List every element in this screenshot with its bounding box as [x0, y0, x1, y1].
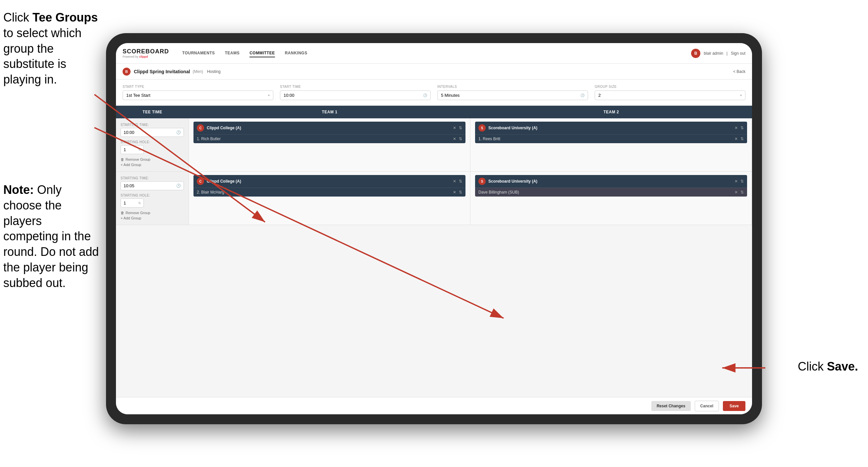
player-sort-icon-2-1[interactable]: ⇅: [740, 137, 744, 141]
save-bold: Save.: [827, 360, 858, 373]
intervals-input[interactable]: 5 Minutes 🕐: [437, 90, 588, 100]
cancel-button[interactable]: Cancel: [695, 401, 719, 411]
player-sort-icon-1-2[interactable]: ⇅: [459, 190, 462, 195]
remove-group-btn-2[interactable]: 🗑 Remove Group: [121, 211, 184, 215]
player-row-sub[interactable]: Dave Billingham (SUB) ✕ ⇅: [475, 187, 747, 197]
sub-header-icon: B: [123, 68, 130, 76]
team1-remove-icon-1[interactable]: ✕: [453, 126, 456, 130]
team2-expand-icon-2[interactable]: ⇅: [740, 179, 744, 184]
player-sort-icon-1-1[interactable]: ⇅: [459, 137, 462, 141]
tablet-screen: SCOREBOARD Powered by clippd TOURNAMENTS…: [116, 43, 752, 414]
start-type-input[interactable]: 1st Tee Start ▾: [123, 90, 273, 100]
tournament-name: Clippd Spring Invitational: [134, 69, 190, 74]
player-row-2-1[interactable]: 1. Rees Britt ✕ ⇅: [475, 134, 747, 143]
tournament-gender: (Men): [193, 69, 203, 74]
tablet-frame: SCOREBOARD Powered by clippd TOURNAMENTS…: [106, 33, 762, 424]
player-row-1-1[interactable]: 1. Rich Butler ✕ ⇅: [193, 134, 465, 143]
team1-icon-1: C: [197, 124, 204, 132]
group-size-label: Group Size: [595, 85, 745, 88]
team2-remove-icon-2[interactable]: ✕: [735, 179, 738, 184]
starting-time-label-2: STARTING TIME:: [121, 176, 184, 180]
starting-hole-arrows-2: ⇅: [138, 201, 141, 205]
logo-clippd: clippd: [139, 55, 148, 58]
team1-icon-2: C: [197, 178, 204, 185]
team2-cell-1: S Scoreboard University (A) ✕ ⇅ 1. Rees …: [470, 118, 752, 171]
starting-hole-input-2[interactable]: 1 ⇅: [121, 199, 144, 207]
note-instruction: Note: Only choose the players competing …: [3, 182, 99, 291]
team1-remove-icon-2[interactable]: ✕: [453, 179, 456, 184]
add-group-btn-2[interactable]: + Add Group: [121, 216, 184, 220]
nav-committee[interactable]: COMMITTEE: [249, 49, 275, 57]
team2-header: Team 2: [470, 106, 752, 118]
player-actions-sub: ✕ ⇅: [735, 190, 744, 195]
starting-time-clock-2: 🕐: [176, 184, 181, 188]
back-button[interactable]: < Back: [733, 69, 745, 74]
content-area: Start Type 1st Tee Start ▾ Start Time 10…: [116, 80, 752, 397]
starting-time-input-2[interactable]: 10:05 🕐: [121, 181, 184, 190]
tee-group-left-2: STARTING TIME: 10:05 🕐 STARTING HOLE: 1 …: [116, 172, 189, 225]
team1-name-1: Clippd College (A): [207, 126, 450, 130]
remove-group-btn-1[interactable]: 🗑 Remove Group: [121, 157, 184, 162]
settings-row: Start Type 1st Tee Start ▾ Start Time 10…: [116, 80, 752, 106]
starting-time-clock-1: 🕐: [176, 130, 181, 135]
start-time-input[interactable]: 10:00 🕐: [280, 90, 431, 100]
tee-time-header: Tee Time: [116, 106, 189, 118]
player-remove-icon-2-1[interactable]: ✕: [735, 137, 738, 141]
group-size-input[interactable]: 2 ▾: [595, 90, 745, 100]
team1-card-1[interactable]: C Clippd College (A) ✕ ⇅ 1. Rich Butler: [193, 122, 465, 143]
nav-avatar: B: [691, 49, 700, 58]
team2-icon-1: S: [478, 124, 486, 132]
start-type-label: Start Type: [123, 85, 273, 88]
hosting-label: Hosting: [207, 69, 221, 74]
team2-card-header-2: S Scoreboard University (A) ✕ ⇅: [475, 175, 747, 187]
nav-sign-out[interactable]: Sign out: [731, 51, 745, 56]
starting-hole-input-1[interactable]: 1 ⇅: [121, 145, 144, 154]
starting-hole-label-2: STARTING HOLE:: [121, 194, 184, 197]
reset-changes-button[interactable]: Reset Changes: [651, 401, 691, 411]
remove-group-label-1: Remove Group: [126, 157, 150, 162]
team1-expand-icon-2[interactable]: ⇅: [459, 179, 462, 184]
nav-user-label: blair admin: [704, 51, 723, 56]
team2-icon-2: S: [478, 178, 486, 185]
starting-time-label-1: STARTING TIME:: [121, 123, 184, 126]
player-actions-1-1: ✕ ⇅: [453, 137, 462, 141]
add-group-btn-1[interactable]: + Add Group: [121, 163, 184, 167]
sub-header: B Clippd Spring Invitational (Men) Hosti…: [116, 64, 752, 80]
group-size-group: Group Size 2 ▾: [595, 85, 745, 100]
starting-time-input-1[interactable]: 10:00 🕐: [121, 128, 184, 137]
team1-name-2: Clippd College (A): [207, 179, 450, 184]
player-remove-icon-1-2[interactable]: ✕: [453, 190, 456, 195]
logo-scoreboard: SCOREBOARD: [123, 48, 169, 55]
player-remove-icon-1-1[interactable]: ✕: [453, 137, 456, 141]
team2-actions-2: ✕ ⇅: [735, 179, 744, 184]
team2-card-2[interactable]: S Scoreboard University (A) ✕ ⇅ Dave Bil…: [475, 175, 747, 197]
group-size-value: 2: [598, 93, 601, 98]
logo-area: SCOREBOARD Powered by clippd: [123, 48, 169, 58]
player-row-1-2[interactable]: 2. Blair McHarg ✕ ⇅: [193, 187, 465, 197]
player-remove-icon-sub[interactable]: ✕: [735, 190, 738, 195]
intervals-icon: 🕐: [581, 93, 584, 97]
team2-remove-icon-1[interactable]: ✕: [735, 126, 738, 130]
team1-expand-icon-1[interactable]: ⇅: [459, 126, 462, 130]
team2-expand-icon-1[interactable]: ⇅: [740, 126, 744, 130]
tee-groups-bold: Tee Groups: [32, 10, 98, 24]
team1-card-header-1: C Clippd College (A) ✕ ⇅: [193, 122, 465, 134]
remove-group-label-2: Remove Group: [126, 211, 150, 215]
tee-groups-container: STARTING TIME: 10:00 🕐 STARTING HOLE: 1 …: [116, 118, 752, 225]
player-name-2-1: 1. Rees Britt: [478, 137, 732, 141]
team1-card-2[interactable]: C Clippd College (A) ✕ ⇅ 2. Blair McHarg: [193, 175, 465, 197]
group-size-arrow: ▾: [740, 93, 742, 97]
nav-tournaments[interactable]: TOURNAMENTS: [182, 49, 215, 57]
start-type-group: Start Type 1st Tee Start ▾: [123, 85, 273, 100]
save-button[interactable]: Save: [723, 401, 745, 411]
player-name-1-2: 2. Blair McHarg: [197, 190, 450, 195]
nav-rankings[interactable]: RANKINGS: [285, 49, 307, 57]
nav-links: TOURNAMENTS TEAMS COMMITTEE RANKINGS: [182, 49, 691, 57]
team2-card-1[interactable]: S Scoreboard University (A) ✕ ⇅ 1. Rees …: [475, 122, 747, 143]
player-actions-1-2: ✕ ⇅: [453, 190, 462, 195]
start-time-label: Start Time: [280, 85, 431, 88]
group-actions-1: 🗑 Remove Group + Add Group: [121, 157, 184, 167]
team2-cell-2: S Scoreboard University (A) ✕ ⇅ Dave Bil…: [470, 172, 752, 225]
player-sort-icon-sub[interactable]: ⇅: [740, 190, 744, 195]
nav-teams[interactable]: TEAMS: [225, 49, 240, 57]
